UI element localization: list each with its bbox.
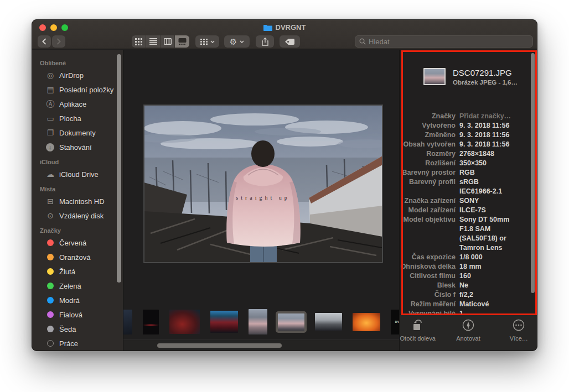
search-field[interactable]: Hledat <box>355 35 533 48</box>
sidebar-item[interactable]: ↓ Stahování <box>32 140 123 154</box>
view-gallery-button[interactable] <box>175 35 189 48</box>
thumbnail[interactable] <box>350 311 382 333</box>
view-icons-button[interactable] <box>132 35 146 48</box>
metadata-row: Ohnisková délka 18 mm <box>400 262 529 271</box>
sidebar-section-tags: Značky <box>32 223 123 236</box>
info-panel: DSC07291.JPG Obrázek JPEG - 1,6… Značky … <box>400 50 537 351</box>
quick-action-icon <box>462 319 475 333</box>
sidebar-item-tag[interactable]: Modrá <box>32 293 123 307</box>
tag-color-dot <box>47 326 54 332</box>
sidebar-item-label: Poslední položky <box>59 86 113 94</box>
thumbnail[interactable] <box>208 309 240 335</box>
sidebar-section-locations: Místa <box>32 181 123 194</box>
metadata-value: ILCE-7S <box>459 206 486 215</box>
sidebar-item-label: Modrá <box>59 296 80 305</box>
metadata-row: Blesk Ne <box>400 281 529 290</box>
quick-action-button[interactable]: Více… <box>501 319 537 351</box>
metadata-value: 1/8 000 <box>459 253 483 262</box>
sidebar-item[interactable]: Ⓐ Aplikace <box>32 97 123 111</box>
metadata-row: Model objektivu Sony DT 50mm F1.8 SAM (S… <box>400 215 529 253</box>
thumbnail[interactable] <box>167 307 202 336</box>
sidebar-item[interactable]: ▤ Poslední položky <box>32 82 123 97</box>
thumbnail[interactable] <box>246 307 270 336</box>
sidebar-item[interactable]: ❐ Dokumenty <box>32 126 123 140</box>
sidebar-item[interactable]: ◎ AirDrop <box>32 68 123 82</box>
folder-icon <box>263 24 272 31</box>
tag-color-dot <box>47 297 54 304</box>
sidebar-item-icon: ❐ <box>45 128 55 137</box>
chevron-down-icon <box>240 40 244 43</box>
search-icon <box>359 38 366 45</box>
group-by-button[interactable] <box>195 35 219 48</box>
sidebar-item-label: Fialová <box>59 311 82 319</box>
quick-actions-bar: Otočit doleva Anotovat Více… <box>400 314 537 351</box>
metadata-label: Změněno <box>400 130 459 140</box>
thumbnail[interactable] <box>123 307 135 336</box>
view-columns-button[interactable] <box>161 35 175 48</box>
quick-action-button[interactable]: Otočit doleva <box>400 319 436 351</box>
metadata-value: 18 mm <box>459 262 482 271</box>
forward-button[interactable] <box>52 35 65 48</box>
sidebar-item-icon: Ⓐ <box>45 99 55 109</box>
sidebar-item[interactable]: ☁ iCloud Drive <box>32 167 123 181</box>
sidebar-item-tag[interactable]: Práce <box>32 336 123 351</box>
sidebar-item-tag[interactable]: Šedá <box>32 322 123 336</box>
sidebar-scrollbar[interactable] <box>117 54 121 283</box>
metadata-value: Přidat značky… <box>459 112 511 121</box>
photo-print-text: straight up <box>236 195 290 201</box>
metadata-value: 9. 3. 2018 11:56 <box>459 130 509 140</box>
sidebar-item-tag[interactable]: Žlutá <box>32 264 123 279</box>
metadata-label: Značka zařízení <box>400 196 459 206</box>
metadata-value: f/2,2 <box>459 290 473 300</box>
sidebar-item-tag[interactable]: Červená <box>32 236 123 250</box>
share-button[interactable] <box>256 35 274 48</box>
metadata-label: Model zařízení <box>400 206 459 215</box>
metadata-row: Značky Přidat značky… <box>400 112 529 121</box>
sidebar-item-label: Dokumenty <box>59 129 96 137</box>
tags-button[interactable] <box>280 35 300 48</box>
sidebar-item[interactable]: ▭ Plocha <box>32 111 123 126</box>
share-icon <box>262 38 268 46</box>
sidebar-item-tag[interactable]: Oranžová <box>32 250 123 264</box>
sidebar-item-tag[interactable]: Fialová <box>32 307 123 322</box>
chevron-down-icon <box>210 40 215 43</box>
sidebar-item[interactable]: ⊟ Macintosh HD <box>32 194 123 208</box>
thumbnail-image <box>278 313 304 331</box>
quick-action-icon <box>411 319 425 333</box>
sidebar-item-tag[interactable]: Zelená <box>32 279 123 293</box>
metadata-label: Citlivost filmu <box>400 271 459 281</box>
view-list-button[interactable] <box>146 35 161 48</box>
sidebar-item[interactable]: ⊙ Vzdálený disk <box>32 208 123 223</box>
thumbnail-strip: DVRGNT <box>123 307 399 336</box>
file-thumbnail <box>423 68 446 85</box>
view-switcher <box>132 35 189 48</box>
sidebar-item-label: Žlutá <box>59 268 75 276</box>
action-menu-button[interactable]: ⚙ <box>224 35 250 48</box>
horizontal-scrollbar[interactable] <box>157 343 282 348</box>
metadata-row: Barevný profil sRGB IEC61966-2.1 <box>400 177 529 196</box>
metadata-row: Režim měření Maticové <box>400 300 529 309</box>
metadata-row: Model zařízení ILCE-7S <box>400 206 529 215</box>
thumbnail[interactable] <box>276 311 307 333</box>
thumbnail[interactable]: DVRGNT <box>389 307 399 336</box>
sidebar-item-label: Aplikace <box>59 100 86 108</box>
window-chrome: DVRGNT <box>32 20 537 49</box>
sidebar-item-label: Šedá <box>59 325 76 333</box>
metadata-row: Číslo f f/2,2 <box>400 290 529 300</box>
sidebar-item-label: Práce <box>59 339 78 348</box>
metadata-label: Obsah vytvořen <box>400 140 459 149</box>
sidebar: Oblíbené ◎ AirDrop ▤ Poslední položky Ⓐ <box>32 50 123 351</box>
thumbnail-image <box>249 309 267 334</box>
titlebar[interactable]: DVRGNT <box>32 20 537 35</box>
thumbnail[interactable] <box>141 307 161 336</box>
metadata-row: Obsah vytvořen 9. 3. 2018 11:56 <box>400 140 529 149</box>
thumbnail-image <box>123 310 132 334</box>
preview-photo[interactable]: straight up <box>144 105 382 263</box>
back-button[interactable] <box>38 35 51 48</box>
thumbnail[interactable] <box>313 311 344 333</box>
info-panel-scrollbar[interactable] <box>531 53 535 293</box>
quick-action-icon <box>512 319 525 333</box>
metadata-value: 9. 3. 2018 11:56 <box>459 121 509 130</box>
sidebar-item-icon: ◎ <box>45 71 55 80</box>
quick-action-button[interactable]: Anotovat <box>450 319 486 351</box>
